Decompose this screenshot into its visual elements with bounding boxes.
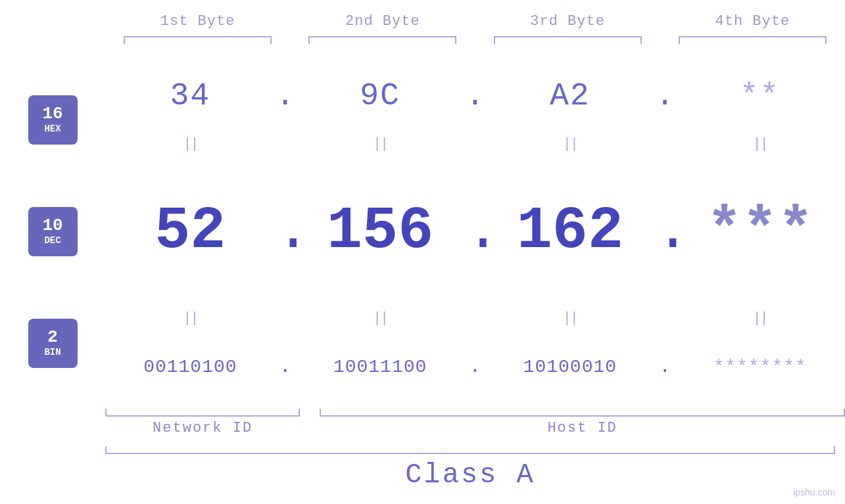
dec-badge-label: DEC xyxy=(44,235,60,246)
dec-badge: 10 DEC xyxy=(28,207,78,256)
bin-cell-3: 10100010 xyxy=(485,357,656,377)
eq2-cell-2: || xyxy=(295,309,466,329)
bin-badge: 2 BIN xyxy=(28,319,78,368)
dec-row: 52 . 156 . 162 . *** xyxy=(105,154,845,309)
bracket-top-2 xyxy=(308,36,456,44)
eq-sign-3: || xyxy=(563,136,577,152)
equals-row-1: || || || || xyxy=(105,135,845,154)
byte-label-2: 2nd Byte xyxy=(290,13,475,30)
dec-badge-number: 10 xyxy=(42,217,62,234)
byte-labels-row: 1st Byte 2nd Byte 3rd Byte 4th Byte xyxy=(0,13,845,30)
dec-cell-3: 162 xyxy=(485,198,656,265)
bin-value-2: 10011100 xyxy=(333,357,427,377)
eq2-sign-1: || xyxy=(183,310,197,327)
hex-cell-2: 9C xyxy=(295,78,466,114)
eq2-cell-1: || xyxy=(105,309,276,329)
bin-dot-1: . xyxy=(276,355,295,378)
bottom-labels: Network ID Host ID xyxy=(105,420,845,436)
badges-column: 16 HEX 10 DEC 2 BIN xyxy=(0,57,105,405)
eq-sign-4: || xyxy=(752,136,767,152)
bottom-section: Network ID Host ID Class A xyxy=(0,409,845,491)
hex-value-3: A2 xyxy=(550,78,591,114)
byte-label-3: 3rd Byte xyxy=(475,13,660,30)
top-brackets-row xyxy=(0,36,845,44)
dec-value-1: 52 xyxy=(155,198,226,265)
hex-value-2: 9C xyxy=(360,78,400,114)
main-container: 1st Byte 2nd Byte 3rd Byte 4th Byte 16 H… xyxy=(0,0,845,504)
bin-dot-3: . xyxy=(655,355,675,378)
hex-cell-3: A2 xyxy=(485,78,656,114)
bracket-cell-4 xyxy=(660,36,845,44)
dec-cell-4: *** xyxy=(675,198,845,265)
eq-sign-1: || xyxy=(183,136,197,152)
bracket-top-1 xyxy=(124,36,272,44)
eq-cell-2: || xyxy=(295,135,466,154)
dec-dot-2: . xyxy=(466,198,485,265)
host-id-bracket xyxy=(320,409,845,417)
dec-cell-1: 52 xyxy=(105,198,276,265)
bracket-cell-3 xyxy=(475,36,660,44)
hex-dot-1: . xyxy=(276,78,295,114)
hex-dot-3: . xyxy=(655,78,675,114)
eq2-sign-2: || xyxy=(373,310,387,327)
hex-badge-label: HEX xyxy=(44,124,60,134)
dec-value-2: 156 xyxy=(327,198,433,265)
bin-cell-1: 00110100 xyxy=(105,357,276,377)
eq-cell-1: || xyxy=(105,135,276,154)
dec-value-3: 162 xyxy=(517,198,623,265)
bin-row: 00110100 . 10011100 . 10100010 . *******… xyxy=(105,329,845,406)
bracket-cell-1 xyxy=(105,36,290,44)
bin-value-4: ******** xyxy=(713,357,806,377)
values-grid: 34 . 9C . A2 . ** || || xyxy=(105,57,845,405)
hex-value-4: ** xyxy=(740,78,781,114)
byte-label-4: 4th Byte xyxy=(660,13,845,30)
hex-value-1: 34 xyxy=(170,78,211,114)
network-id-label: Network ID xyxy=(105,420,300,436)
eq2-cell-3: || xyxy=(485,309,656,329)
bin-badge-number: 2 xyxy=(47,329,58,346)
eq2-sign-4: || xyxy=(752,310,767,327)
dec-value-4: *** xyxy=(707,198,813,265)
hex-badge: 16 HEX xyxy=(28,95,78,145)
hex-row: 34 . 9C . A2 . ** xyxy=(105,57,845,135)
class-bracket xyxy=(105,446,835,454)
eq-sign-2: || xyxy=(373,136,387,152)
dec-dot-3: . xyxy=(655,198,675,265)
dec-dot-1: . xyxy=(276,198,295,265)
hex-cell-1: 34 xyxy=(105,78,276,114)
bottom-brackets xyxy=(105,409,845,417)
bracket-top-3 xyxy=(494,36,642,44)
bin-dot-2: . xyxy=(466,355,485,378)
network-id-bracket xyxy=(105,409,300,417)
hex-badge-number: 16 xyxy=(42,105,62,122)
bracket-cell-2 xyxy=(290,36,475,44)
hex-cell-4: ** xyxy=(675,78,845,114)
host-id-label: Host ID xyxy=(320,420,845,436)
eq-cell-4: || xyxy=(675,135,845,154)
byte-label-1: 1st Byte xyxy=(105,13,290,30)
eq2-cell-4: || xyxy=(675,309,845,329)
content-area: 16 HEX 10 DEC 2 BIN 34 . 9C xyxy=(0,57,845,405)
watermark: ipshu.com xyxy=(793,487,835,497)
class-label: Class A xyxy=(105,459,835,491)
bin-cell-2: 10011100 xyxy=(295,357,466,377)
bin-cell-4: ******** xyxy=(675,357,845,377)
eq2-sign-3: || xyxy=(563,310,577,327)
dec-cell-2: 156 xyxy=(295,198,466,265)
bracket-top-4 xyxy=(679,36,827,44)
hex-dot-2: . xyxy=(466,78,485,114)
eq-cell-3: || xyxy=(485,135,656,154)
bin-value-1: 00110100 xyxy=(143,357,237,377)
bin-badge-label: BIN xyxy=(44,347,60,357)
equals-row-2: || || || || xyxy=(105,309,845,329)
bin-value-3: 10100010 xyxy=(523,357,617,377)
